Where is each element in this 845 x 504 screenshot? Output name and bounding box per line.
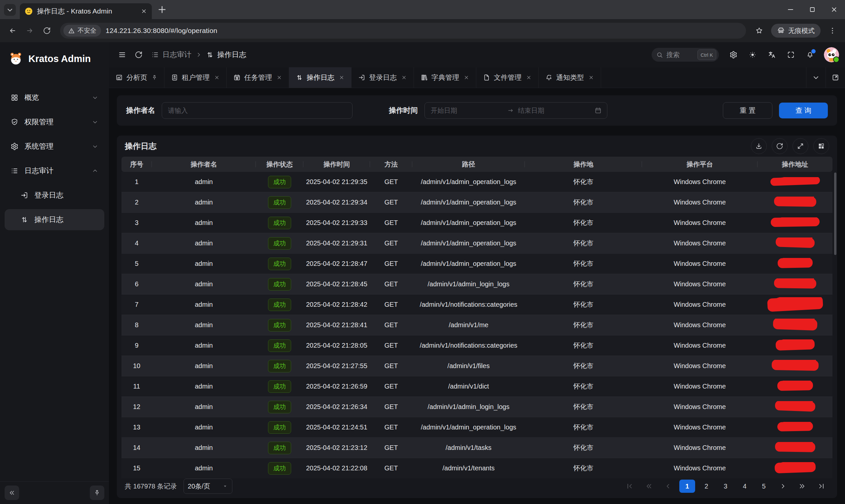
- tab-操作日志[interactable]: 操作日志: [289, 67, 352, 88]
- online-status-dot: [833, 56, 839, 63]
- close-tab-icon[interactable]: [214, 74, 220, 80]
- breadcrumb-item-operation-log[interactable]: 操作日志: [206, 50, 246, 60]
- page-button-4[interactable]: 4: [737, 480, 753, 493]
- tab-分析页[interactable]: 分析页: [109, 67, 164, 88]
- sidebar-item-系统管理[interactable]: 系统管理: [5, 136, 104, 157]
- notifications-button[interactable]: [803, 48, 817, 62]
- column-settings-button[interactable]: [813, 138, 829, 154]
- jump-back-button[interactable]: [641, 480, 657, 493]
- tab-任务管理[interactable]: 任务管理: [227, 67, 289, 88]
- reset-button[interactable]: 重 置: [723, 102, 772, 119]
- table-row[interactable]: 8admin成功2025-04-02 21:28:41GET/admin/v1/…: [122, 315, 832, 335]
- table-row[interactable]: 14admin成功2025-04-02 21:23:12GET/admin/v1…: [122, 437, 832, 458]
- back-button[interactable]: [5, 23, 20, 38]
- tab-租户管理[interactable]: 租户管理: [164, 67, 227, 88]
- language-button[interactable]: [764, 48, 779, 62]
- user-avatar[interactable]: [824, 47, 839, 62]
- cell-platform: Windows Chrome: [642, 403, 758, 411]
- sidebar-item-概览[interactable]: 概览: [5, 87, 104, 108]
- table-row[interactable]: 4admin成功2025-04-02 21:29:31GET/admin/v1/…: [122, 233, 832, 253]
- close-tab-icon[interactable]: [339, 74, 345, 80]
- tab-通知类型[interactable]: 通知类型: [539, 67, 601, 88]
- tab-字典管理[interactable]: 字典管理: [414, 67, 476, 88]
- close-tab-icon[interactable]: [276, 74, 282, 80]
- refresh-page-button[interactable]: [131, 48, 146, 62]
- back-icon: [8, 27, 17, 35]
- close-tab-icon[interactable]: [588, 74, 594, 80]
- tab-search-button[interactable]: [4, 4, 16, 16]
- minimize-button[interactable]: [780, 0, 802, 19]
- table-row[interactable]: 1admin成功2025-04-02 21:29:35GET/admin/v1/…: [122, 172, 832, 192]
- table-row[interactable]: 5admin成功2025-04-02 21:28:47GET/admin/v1/…: [122, 253, 832, 274]
- start-date-input[interactable]: [430, 107, 504, 115]
- table-row[interactable]: 9admin成功2025-04-02 21:28:05GET/admin/v1/…: [122, 335, 832, 356]
- close-tab-icon[interactable]: [401, 74, 407, 80]
- table-scrollbar[interactable]: [834, 173, 837, 255]
- page-button-2[interactable]: 2: [699, 480, 714, 493]
- tab-文件管理[interactable]: 文件管理: [476, 67, 539, 88]
- close-tab-icon[interactable]: [141, 8, 147, 15]
- query-button[interactable]: 查 询: [779, 103, 828, 119]
- page-button-3[interactable]: 3: [718, 480, 734, 493]
- content-fullscreen-button[interactable]: [826, 67, 845, 88]
- redaction-scribble: [770, 177, 820, 186]
- sidebar-item-操作日志[interactable]: 操作日志: [5, 209, 104, 230]
- table-row[interactable]: 10admin成功2025-04-02 21:27:55GET/admin/v1…: [122, 356, 832, 376]
- expand-table-button[interactable]: [793, 138, 808, 154]
- new-tab-button[interactable]: [156, 4, 168, 15]
- sidebar-item-登录日志[interactable]: 登录日志: [5, 185, 104, 206]
- table-row[interactable]: 7admin成功2025-04-02 21:28:42GET/admin/v1/…: [122, 294, 832, 315]
- bookmark-button[interactable]: [752, 23, 767, 38]
- cell-path: /admin/v1/admin_login_logs: [412, 281, 525, 288]
- table-row[interactable]: 11admin成功2025-04-02 21:26:59GET/admin/v1…: [122, 376, 832, 396]
- settings-button[interactable]: [726, 48, 741, 62]
- last-page-button[interactable]: [813, 480, 829, 493]
- maximize-button[interactable]: [802, 0, 823, 19]
- end-date-input[interactable]: [517, 107, 591, 115]
- sidebar-item-权限管理[interactable]: 权限管理: [5, 111, 104, 132]
- breadcrumb-item-log-audit[interactable]: 日志审计: [151, 50, 191, 60]
- table-row[interactable]: 2admin成功2025-04-02 21:29:34GET/admin/v1/…: [122, 192, 832, 212]
- first-page-button[interactable]: [622, 480, 638, 493]
- sidebar-toggle-button[interactable]: [115, 48, 129, 62]
- browser-tab[interactable]: 操作日志 - Kratos Admin: [20, 3, 152, 19]
- cell-platform: Windows Chrome: [642, 239, 758, 247]
- pin-sidebar-button[interactable]: [90, 486, 104, 500]
- close-tab-icon[interactable]: [463, 74, 469, 80]
- sidebar-item-label: 系统管理: [24, 142, 86, 151]
- tab-登录日志[interactable]: 登录日志: [352, 67, 414, 88]
- page-button-5[interactable]: 5: [756, 480, 772, 493]
- address-bar[interactable]: 不安全 124.221.26.30:8080/#/log/operation: [60, 23, 746, 39]
- tabs-dropdown-button[interactable]: [806, 67, 826, 88]
- close-window-button[interactable]: [823, 0, 845, 19]
- cell-platform: Windows Chrome: [642, 424, 758, 431]
- collapse-sidebar-button[interactable]: [5, 486, 19, 500]
- page-size-select[interactable]: 20条/页: [183, 479, 232, 494]
- table-row[interactable]: 6admin成功2025-04-02 21:28:45GET/admin/v1/…: [122, 274, 832, 294]
- pagination-bar: 共 167978 条记录 20条/页 12345: [122, 474, 832, 498]
- app-header: 日志审计 操作日志 搜索 Ctrl K: [109, 42, 845, 67]
- page-tabs: 分析页租户管理任务管理操作日志登录日志字典管理文件管理通知类型: [109, 67, 601, 88]
- export-button[interactable]: [751, 138, 767, 154]
- theme-toggle-button[interactable]: [745, 48, 760, 62]
- previous-page-button[interactable]: [660, 480, 676, 493]
- sidebar-item-日志审计[interactable]: 日志审计: [5, 160, 104, 181]
- date-range-picker[interactable]: [424, 102, 608, 119]
- next-page-button[interactable]: [775, 480, 791, 493]
- fullscreen-button[interactable]: [784, 48, 798, 62]
- jump-forward-button[interactable]: [794, 480, 810, 493]
- global-search[interactable]: 搜索 Ctrl K: [652, 48, 719, 62]
- refresh-table-button[interactable]: [772, 138, 788, 154]
- forward-button[interactable]: [22, 23, 37, 38]
- table-row[interactable]: 3admin成功2025-04-02 21:29:33GET/admin/v1/…: [122, 212, 832, 233]
- table-row[interactable]: 12admin成功2025-04-02 21:26:34GET/admin/v1…: [122, 396, 832, 417]
- operator-name-input[interactable]: [162, 102, 353, 119]
- reload-button[interactable]: [40, 23, 54, 38]
- security-chip[interactable]: 不安全: [64, 25, 101, 37]
- close-tab-icon[interactable]: [526, 74, 532, 80]
- table-row[interactable]: 13admin成功2025-04-02 21:24:51GET/admin/v1…: [122, 417, 832, 437]
- browser-menu-button[interactable]: [825, 23, 840, 38]
- page-button-1[interactable]: 1: [679, 480, 695, 493]
- pin-icon[interactable]: [152, 74, 157, 80]
- cell-location: 怀化市: [525, 382, 642, 391]
